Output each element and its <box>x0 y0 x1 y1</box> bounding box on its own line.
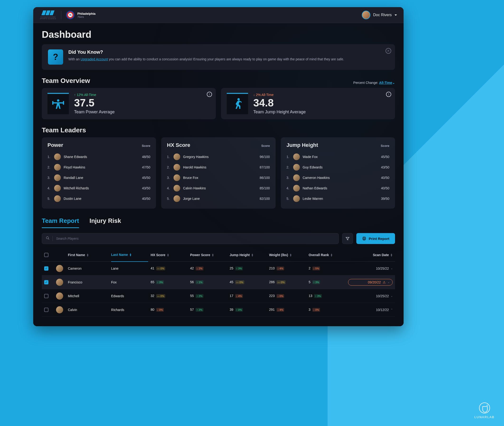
team-badge[interactable]: 76 Philadelphia 76ers <box>66 11 96 19</box>
player-avatar-icon <box>54 185 61 192</box>
leader-row[interactable]: 4. Mitchell Richards 43/50 <box>48 183 150 193</box>
jump-height: 39 ↑ 0% <box>230 308 267 312</box>
leader-row[interactable]: 5. Dustin Lane 40/50 <box>48 193 150 204</box>
col-hx-score[interactable]: HX Score▲▼ <box>151 253 187 257</box>
leader-score: 85/100 <box>260 186 270 190</box>
tab-injury-risk[interactable]: Injury Risk <box>90 217 121 228</box>
leader-rank: 4. <box>287 186 290 190</box>
leader-row[interactable]: 1. Shane Edwards 48/50 <box>48 152 150 162</box>
divider-vertical <box>52 236 53 241</box>
hx-score: 80 ↓ 0% <box>151 308 187 312</box>
arrow-up-icon: ↑ <box>74 93 76 97</box>
col-scan-date[interactable]: Scan Date▲▼ <box>348 253 393 257</box>
leader-name: Calvin Hawkins <box>183 186 257 190</box>
user-menu[interactable]: Doc Rivers <box>362 11 397 19</box>
player-avatar-icon <box>293 174 300 181</box>
scan-date-badge[interactable]: 09/20/22 ⚠ ⌄ <box>348 279 393 286</box>
leader-row[interactable]: 3. Bruce Fox 86/100 <box>167 172 270 183</box>
power-score: 57 ↑ 2% <box>190 308 227 312</box>
power-value: 37.5 <box>74 98 115 108</box>
row-checkbox[interactable] <box>44 308 48 312</box>
brand-line2: SPORTS SCIENCE <box>40 18 56 20</box>
leader-score: 47/50 <box>142 165 150 169</box>
leader-row[interactable]: 2. Floyd Hawkins 47/50 <box>48 162 150 172</box>
score-label: Score <box>142 144 150 148</box>
col-weight[interactable]: Weight (lbs)▲▼ <box>269 253 306 257</box>
jump-delta: ↓2% All-Time <box>253 93 274 97</box>
search-box[interactable] <box>42 233 339 244</box>
row-checkbox[interactable]: ✓ <box>44 266 48 271</box>
leader-score: 96/100 <box>260 155 270 159</box>
brand-logo[interactable]: HXINNOVATIONSSPORTS SCIENCE <box>40 10 56 20</box>
power-delta: ↑12% All-Time <box>74 93 96 97</box>
leader-row[interactable]: 3. Cameron Hawkins 40/50 <box>287 172 389 183</box>
info-icon[interactable]: ! <box>386 92 391 97</box>
leader-rank: 5. <box>167 197 171 200</box>
table-row[interactable]: ✓ Cameron Lane 41 — 0% 42 ↓ 2% 25 ↑ 3% 2… <box>42 262 395 275</box>
row-checkbox[interactable]: ✓ <box>44 280 48 284</box>
sort-icon: ▲▼ <box>129 253 132 256</box>
table-row[interactable]: Calvin Richards 80 ↓ 0% 57 ↑ 2% 39 ↑ 0% … <box>42 303 395 317</box>
power-score: 42 ↓ 2% <box>190 266 227 270</box>
tab-team-report[interactable]: Team Report <box>42 217 79 228</box>
running-icon <box>227 93 248 114</box>
leader-row[interactable]: 4. Calvin Hawkins 85/100 <box>167 183 270 193</box>
leader-row[interactable]: 5. Jorge Lane 82/100 <box>167 193 270 204</box>
leader-row[interactable]: 1. Wade Fox 45/50 <box>287 152 389 162</box>
jump-height: 17 ↓ 4% <box>230 294 267 298</box>
leader-score: 45/50 <box>381 155 389 159</box>
arrow-down-icon: ↓ <box>253 93 255 97</box>
page-title: Dashboard <box>42 29 395 40</box>
printer-icon <box>362 236 366 241</box>
upgraded-account-link[interactable]: Upgraded Account <box>81 57 108 61</box>
leader-row[interactable]: 3. Randall Lane 45/50 <box>48 172 150 183</box>
power-score: 56 ↑ 1% <box>190 280 227 284</box>
scan-date[interactable]: 10/25/22 ⌄ <box>348 267 393 270</box>
leader-score: 40/50 <box>381 186 389 190</box>
leaders-jump-title: Jump Height <box>287 142 318 148</box>
dyk-text: With an Upgraded Account you can add the… <box>68 57 344 62</box>
col-jump-height[interactable]: Jump Height▲▼ <box>230 253 267 257</box>
leader-score: 86/100 <box>260 176 270 180</box>
percent-badge: ↑ 2% <box>196 294 203 298</box>
scan-date[interactable]: 10/25/22 ⌄ <box>348 294 393 298</box>
filter-button[interactable] <box>342 233 353 244</box>
info-icon[interactable]: ! <box>207 92 212 97</box>
leaders-hx-card: HX ScoreScore 1. Gregory Hawkins 96/1002… <box>161 137 275 209</box>
select-all-checkbox[interactable] <box>44 253 48 257</box>
leader-row[interactable]: 4. Nathan Edwards 40/50 <box>287 183 389 193</box>
col-last-name[interactable]: Last Name▲▼ <box>111 253 148 262</box>
search-input[interactable] <box>56 237 335 241</box>
last-name: Richards <box>111 308 148 312</box>
scan-date[interactable]: 10/12/22 ⌃ <box>348 308 393 312</box>
team-overview-head: Team Overview Percent Change: All-Time⌄ <box>42 77 395 85</box>
col-overall-rank[interactable]: Overall Rank▲▼ <box>309 253 346 257</box>
leader-rank: 1. <box>48 155 51 159</box>
percent-badge: — 0% <box>235 280 244 284</box>
close-icon: ✕ <box>387 49 390 53</box>
leader-row[interactable]: 1. Gregory Hawkins 96/100 <box>167 152 270 162</box>
leader-row[interactable]: 5. Leslie Warren 39/50 <box>287 193 389 204</box>
percent-change-selector[interactable]: Percent Change: All-Time⌄ <box>353 81 395 85</box>
leader-row[interactable]: 2. Guy Edwards 43/50 <box>287 162 389 172</box>
percent-badge: ↑ 3% <box>312 280 320 284</box>
svg-point-0 <box>57 99 59 102</box>
leader-score: 87/100 <box>260 165 270 169</box>
table-row[interactable]: ✓ Francisco Fox 65 ↑ 3% 56 ↑ 1% 45 — 0% … <box>42 275 395 289</box>
print-report-button[interactable]: Print Report <box>356 233 395 244</box>
leader-row[interactable]: 2. Harold Hawkins 87/100 <box>167 162 270 172</box>
leader-rank: 3. <box>48 176 51 180</box>
last-name: Edwards <box>111 294 148 298</box>
player-avatar-icon <box>56 279 63 286</box>
leader-name: Nathan Edwards <box>303 186 378 190</box>
percent-badge: ↑ 3% <box>235 267 243 270</box>
player-avatar-icon <box>173 174 180 181</box>
percent-badge: ↑ 3% <box>314 294 322 298</box>
user-avatar-icon <box>362 11 370 19</box>
row-checkbox[interactable] <box>44 294 48 298</box>
close-banner-button[interactable]: ✕ <box>386 48 391 54</box>
table-row[interactable]: Mitchell Edwards 32 — 0% 55 ↑ 2% 17 ↓ 4%… <box>42 289 395 303</box>
col-first-name[interactable]: First Name▲▼ <box>68 253 109 257</box>
col-power-score[interactable]: Power Score▲▼ <box>190 253 227 257</box>
chevron-icon: ⌄ <box>391 295 393 297</box>
